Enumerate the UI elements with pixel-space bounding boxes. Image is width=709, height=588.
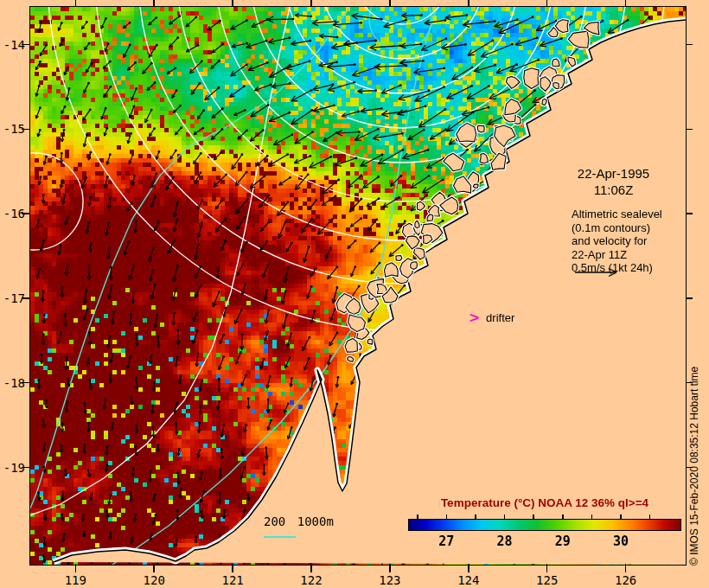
x-axis-tick-label: 120 — [144, 573, 165, 587]
colorbar-tick — [504, 514, 506, 519]
x-axis-tick-top — [389, 0, 391, 6]
colorbar-tick-label: 28 — [497, 534, 513, 549]
sst-map-figure: 22-Apr-1995 11:06Z Altimetric sealevel (… — [0, 0, 709, 588]
x-axis-tick — [232, 564, 233, 572]
drifter-arrow-icon: > — [469, 312, 479, 324]
colorbar-tick — [417, 514, 418, 519]
y-axis-tick-label: -14 — [0, 38, 25, 52]
x-axis-tick-label: 126 — [615, 573, 636, 587]
x-axis-tick-top — [153, 0, 155, 6]
colorbar-tick — [533, 514, 534, 519]
depth-contour-legend-line — [264, 536, 296, 538]
colorbar-tick — [562, 514, 564, 519]
y-axis-tick-label: -15 — [0, 122, 25, 136]
x-axis-tick-label: 124 — [457, 573, 479, 587]
depth-contour-legend: 200 1000m — [264, 515, 334, 529]
y-axis-tick-right — [686, 213, 693, 214]
altimetric-line: 22-Apr 11Z — [572, 248, 662, 262]
drifter-label: drifter — [486, 311, 514, 325]
x-axis-tick — [546, 564, 548, 572]
x-axis-tick-top — [232, 0, 233, 6]
colorbar-tick-label: 29 — [555, 534, 571, 549]
x-axis-tick-top — [468, 0, 469, 6]
colorbar-tick — [475, 514, 476, 519]
map-plot-area: 22-Apr-1995 11:06Z Altimetric sealevel (… — [29, 6, 687, 566]
x-axis-tick-label: 119 — [65, 573, 86, 587]
x-axis-tick-top — [75, 0, 77, 6]
y-axis-tick-label: -17 — [0, 291, 25, 305]
date-text: 22-Apr-1995 — [559, 165, 667, 182]
sst-velocity-canvas — [30, 7, 686, 565]
y-axis-tick-label: -16 — [0, 207, 25, 220]
colorbar-gradient — [408, 519, 681, 531]
colorbar-tick — [591, 514, 593, 519]
altimetric-line: (0.1m contours) — [572, 221, 662, 235]
x-axis-tick-label: 123 — [379, 573, 400, 587]
copyright-text: © IMOS 15-Feb-2020 08:35:12 Hobart time — [688, 367, 700, 566]
colorbar-tick-label: 27 — [438, 534, 454, 549]
y-axis-tick-label: -19 — [0, 461, 25, 475]
colorbar-tick-label: 30 — [613, 534, 629, 549]
x-axis-tick-top — [625, 0, 627, 6]
altimetric-line: and velocity for — [572, 234, 662, 248]
x-axis-tick — [468, 564, 469, 572]
x-axis-tick — [625, 564, 627, 572]
y-axis-tick-right — [686, 297, 693, 299]
colorbar-ticks — [408, 514, 681, 519]
altimetric-line: Altimetric sealevel — [572, 208, 662, 221]
x-axis-tick-label: 122 — [300, 573, 322, 587]
x-axis-tick — [75, 564, 77, 572]
x-axis-tick — [153, 564, 155, 572]
x-axis-tick-top — [310, 0, 312, 6]
colorbar: Temperature (°C) NOAA 12 36% ql>=4 27282… — [408, 496, 681, 547]
colorbar-tick — [649, 514, 651, 519]
y-axis-tick-right — [686, 44, 693, 46]
x-axis-tick-label: 125 — [536, 573, 558, 587]
time-text: 11:06Z — [559, 182, 667, 198]
colorbar-tick — [446, 514, 448, 519]
x-axis-tick-label: 121 — [221, 573, 243, 587]
colorbar-tick — [620, 514, 622, 519]
datetime-annotation: 22-Apr-1995 11:06Z — [559, 165, 667, 198]
drifter-marker-group: > drifter — [469, 311, 514, 325]
x-axis-tick — [310, 564, 312, 572]
y-axis-tick-right — [686, 129, 693, 131]
colorbar-labels: 27282930 — [408, 531, 681, 547]
velocity-scale-arrow-icon — [573, 265, 625, 278]
x-axis-tick-top — [546, 0, 548, 6]
y-axis-tick-label: -18 — [0, 376, 25, 390]
x-axis-tick — [389, 564, 391, 572]
colorbar-title: Temperature (°C) NOAA 12 36% ql>=4 — [408, 496, 681, 509]
